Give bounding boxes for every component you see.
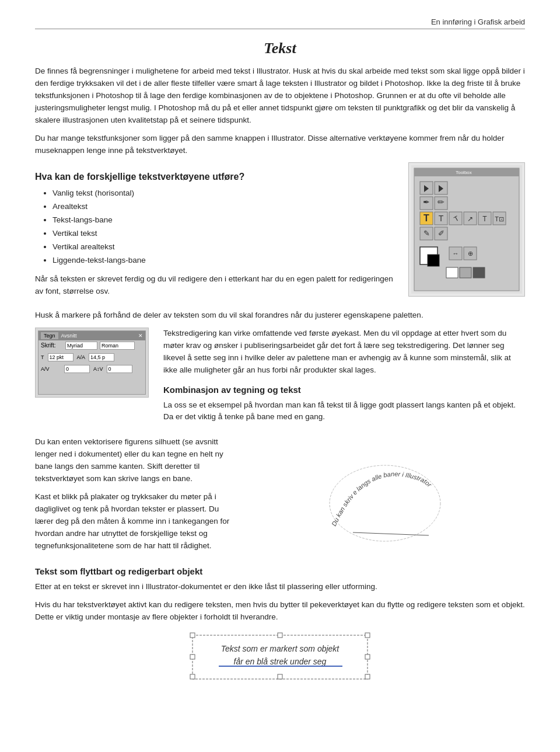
character-palette: Tegn Avsnitt ✕ Skrift: Myriad Roman T — [35, 328, 149, 398]
kombinasjon-p1: La oss se et eksempel på hvordan man kan… — [163, 399, 525, 424]
bullet-list: Vanlig tekst (horisontal) Arealtekst Tek… — [52, 187, 397, 267]
svg-rect-46 — [190, 674, 195, 679]
leading-icon: A/A — [77, 354, 86, 360]
text-object-demo: Tekst som er markert som objekt får en b… — [187, 632, 373, 687]
svg-rect-48 — [365, 674, 370, 679]
list-item: Vertikal tekst — [52, 227, 397, 241]
svg-rect-34 — [446, 267, 458, 278]
palette-inner: Tegn Avsnitt ✕ Skrift: Myriad Roman T — [38, 330, 146, 395]
list-item: Liggende-tekst-langs-bane — [52, 254, 397, 267]
intro-paragraph: De finnes få begrensninger i mulighetene… — [35, 65, 525, 127]
svg-rect-36 — [473, 267, 485, 278]
svg-rect-44 — [190, 654, 195, 659]
palette-title-bar: Tegn Avsnitt ✕ — [38, 331, 145, 340]
svg-text:T: T — [482, 215, 487, 223]
size-icon: T — [41, 354, 44, 360]
toolbar-screenshot: Toolbox ✒ ✏ T T T ↗ — [408, 162, 525, 297]
palette-section: Tegn Avsnitt ✕ Skrift: Myriad Roman T — [35, 328, 525, 430]
object-p2: Hvis du har tekstverktøyet aktivt kan du… — [35, 599, 525, 624]
svg-text:T: T — [439, 214, 444, 223]
svg-rect-42 — [278, 633, 282, 638]
tools-text-col: Hva kan de forskjellige tekstverktøyene … — [35, 162, 397, 303]
tracking-input[interactable]: 0 — [64, 365, 90, 373]
svg-text:får en blå strek under seg: får en blå strek under seg — [234, 657, 327, 666]
section1-title: Hva kan de forskjellige tekstverktøyene … — [35, 172, 397, 182]
list-item: Vanlig tekst (horisontal) — [52, 187, 397, 200]
kombinasjon-text: Du kan enten vektorisere figurens silhue… — [35, 436, 233, 558]
main-title: Tekst — [35, 40, 525, 57]
illustrator-paragraph: Du har mange tekstfunksjoner som ligger … — [35, 133, 525, 157]
svg-text:Tekst som er markert som objek: Tekst som er markert som objekt — [221, 644, 340, 653]
leading-input[interactable]: 14,5 p — [89, 353, 114, 361]
size-input[interactable]: 12 pkt — [48, 353, 74, 361]
header-title: En innføring i Grafisk arbeid — [431, 18, 525, 26]
curved-text-col: Du kan skriv e langs alle baner i Illust… — [245, 436, 525, 558]
palette-remind-paragraph: Husk å markere på forhånd de deler av te… — [35, 309, 525, 322]
svg-text:Toolbox: Toolbox — [456, 170, 472, 175]
svg-text:⊕: ⊕ — [468, 250, 473, 257]
list-item: Vertikal arealtekst — [52, 241, 397, 254]
svg-text:Du kan skriv e langs alle bane: Du kan skriv e langs alle baner i Illust… — [330, 470, 433, 527]
svg-rect-41 — [190, 633, 195, 638]
font-input[interactable]: Myriad — [65, 342, 97, 350]
svg-text:T: T — [424, 213, 429, 223]
font-label: Skrift: — [41, 342, 63, 349]
palette-close[interactable]: ✕ — [138, 333, 143, 339]
bottom-image-container: Tekst som er markert som objekt får en b… — [35, 632, 525, 687]
curved-text-svg: Du kan skriv e langs alle baner i Illust… — [318, 451, 452, 544]
svg-rect-35 — [460, 267, 471, 278]
kombinasjon-p3: Kast et blikk på plakater og trykksaker … — [35, 491, 233, 552]
kerning-input[interactable]: 0 — [107, 365, 132, 373]
section3-title: Tekst som flyttbart og redigerbart objek… — [35, 566, 525, 576]
toolbar-image-col: Toolbox ✒ ✏ T T T ↗ — [408, 162, 525, 297]
svg-rect-45 — [365, 654, 370, 659]
svg-text:↔: ↔ — [453, 250, 459, 257]
list-item: Arealtekst — [52, 200, 397, 214]
editing-paragraph: Når så teksten er skrevet ferdig og du v… — [35, 273, 397, 298]
palette-col: Tegn Avsnitt ✕ Skrift: Myriad Roman T — [35, 328, 152, 430]
section2-title: Kombinasjon av tegning og tekst — [163, 385, 525, 395]
kombinasjon-section: Du kan enten vektorisere figurens silhue… — [35, 436, 525, 558]
object-p1: Etter at en tekst er skrevet inn i Illus… — [35, 581, 525, 593]
size-row: T 12 pkt A/A 14,5 p — [38, 352, 145, 363]
style-select[interactable]: Roman — [100, 342, 135, 350]
text-object-svg: Tekst som er markert som objekt får en b… — [187, 632, 373, 685]
svg-rect-43 — [365, 633, 370, 638]
kombinasjon-p2: Du kan enten vektorisere figurens silhue… — [35, 436, 233, 485]
font-row: Skrift: Myriad Roman — [38, 340, 145, 351]
tracking-row: A/V 0 A↕V 0 — [38, 364, 145, 374]
kerning-label: A↕V — [93, 366, 103, 372]
svg-text:T⊡: T⊡ — [495, 215, 504, 222]
tools-section: Hva kan de forskjellige tekstverktøyene … — [35, 162, 525, 303]
tekstredigering-col: Tekstredigering kan virke omfattende ved… — [163, 328, 525, 430]
svg-text:✎: ✎ — [424, 229, 430, 238]
svg-rect-29 — [428, 255, 439, 266]
list-item: Tekst-langs-bane — [52, 214, 397, 227]
svg-text:↗: ↗ — [467, 215, 473, 223]
svg-text:✐: ✐ — [438, 229, 444, 238]
tekstredigering-paragraph: Tekstredigering kan virke omfattende ved… — [163, 328, 525, 377]
page-header: En innføring i Grafisk arbeid — [35, 18, 525, 29]
svg-text:✒: ✒ — [423, 197, 430, 207]
tracking-label: A/V — [41, 366, 62, 372]
svg-text:✏: ✏ — [438, 197, 444, 207]
palette-tab2: Avsnitt — [58, 332, 80, 339]
palette-tab1: Tegn — [41, 332, 58, 339]
svg-rect-47 — [278, 674, 282, 679]
